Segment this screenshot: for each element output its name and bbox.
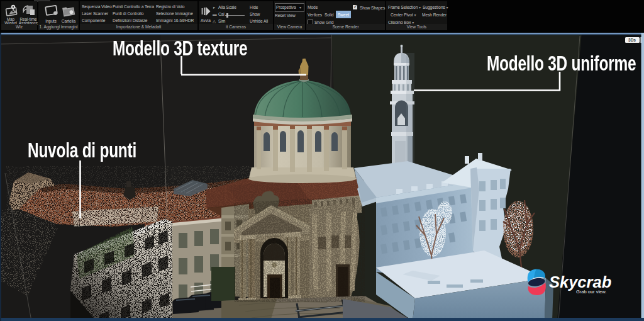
svg-text:3Ds: 3Ds (628, 38, 636, 42)
svg-text:Grab our view.: Grab our view. (576, 289, 606, 295)
